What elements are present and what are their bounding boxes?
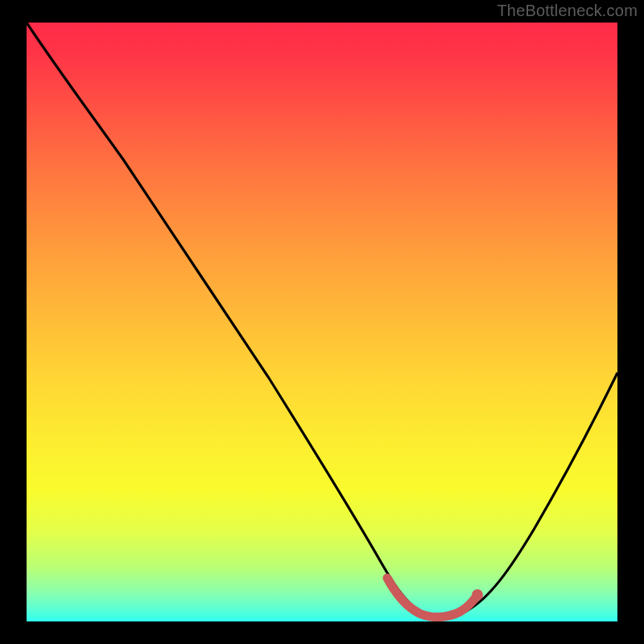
plot-area [27,23,617,621]
chart-frame: TheBottleneck.com [0,0,644,644]
curve-path [27,23,617,617]
watermark-text: TheBottleneck.com [497,2,638,20]
optimal-range-marker [387,578,476,617]
optimal-point-dot [472,589,483,601]
bottleneck-curve [27,23,617,621]
